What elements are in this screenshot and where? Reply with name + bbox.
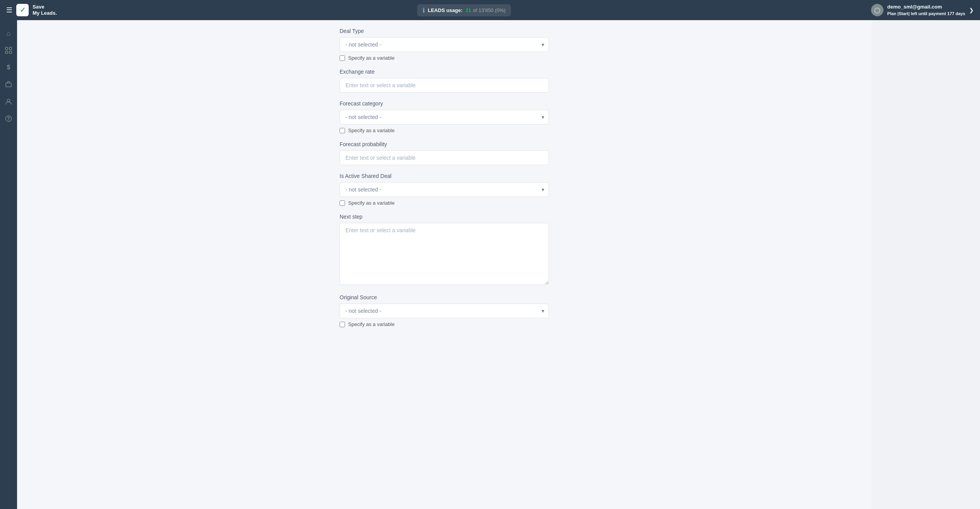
field-group-deal-type: Deal Type - not selected - ▾ Specify as …: [340, 28, 549, 61]
leads-total-text: of 13'850 (0%): [473, 7, 506, 13]
is-active-shared-deal-select-wrapper: - not selected - ▾: [340, 182, 549, 197]
field-group-exchange-rate: Exchange rate: [340, 69, 549, 93]
avatar-icon: ◯: [874, 7, 880, 13]
original-source-select[interactable]: - not selected -: [340, 304, 549, 318]
field-group-original-source: Original Source - not selected - ▾ Speci…: [340, 294, 549, 327]
svg-rect-0: [5, 47, 8, 50]
sidebar-item-home[interactable]: ⌂: [2, 26, 16, 40]
right-panel: [871, 20, 980, 509]
svg-point-7: [8, 120, 9, 121]
original-source-variable-row: Specify as a variable: [340, 321, 549, 327]
sidebar-item-billing[interactable]: $: [2, 60, 16, 74]
svg-rect-3: [9, 51, 12, 53]
svg-rect-4: [6, 83, 11, 87]
leads-usage-label: LEADS usage:: [428, 7, 463, 13]
is-active-shared-deal-select[interactable]: - not selected -: [340, 182, 549, 197]
sidebar-item-connections[interactable]: [2, 43, 16, 57]
chevron-right-icon: ❯: [969, 7, 974, 13]
main-layout: ⌂ $: [0, 20, 980, 509]
exchange-rate-label: Exchange rate: [340, 69, 549, 75]
svg-rect-2: [5, 51, 8, 53]
hamburger-icon[interactable]: ☰: [6, 6, 12, 14]
next-step-label: Next step: [340, 214, 549, 220]
svg-rect-1: [9, 47, 12, 50]
deal-type-variable-row: Specify as a variable: [340, 55, 549, 61]
is-active-shared-deal-variable-label: Specify as a variable: [348, 200, 395, 206]
topbar-right: ◯ demo_sml@gmail.com Plan |Start| left u…: [871, 4, 974, 17]
forecast-category-select-wrapper: - not selected - ▾: [340, 110, 549, 124]
original-source-variable-checkbox[interactable]: [340, 322, 345, 327]
field-group-forecast-category: Forecast category - not selected - ▾ Spe…: [340, 100, 549, 133]
sidebar: ⌂ $: [0, 20, 17, 509]
user-info: demo_sml@gmail.com Plan |Start| left unt…: [887, 4, 965, 17]
sidebar-item-integrations[interactable]: [2, 78, 16, 91]
deal-type-label: Deal Type: [340, 28, 549, 34]
forecast-category-variable-checkbox[interactable]: [340, 128, 345, 133]
field-group-forecast-probability: Forecast probability: [340, 141, 549, 165]
deal-type-select[interactable]: - not selected -: [340, 37, 549, 52]
forecast-category-variable-row: Specify as a variable: [340, 128, 549, 133]
deal-type-select-wrapper: - not selected - ▾: [340, 37, 549, 52]
brand-name: Save My Leads.: [33, 4, 57, 16]
next-step-textarea[interactable]: [340, 223, 549, 285]
is-active-shared-deal-variable-checkbox[interactable]: [340, 200, 345, 206]
is-active-shared-deal-label: Is Active Shared Deal: [340, 173, 549, 179]
forecast-probability-label: Forecast probability: [340, 141, 549, 147]
leads-usage-box: ℹ LEADS usage: 21 of 13'850 (0%): [417, 4, 511, 16]
is-active-shared-deal-variable-row: Specify as a variable: [340, 200, 549, 206]
form-container: Deal Type - not selected - ▾ Specify as …: [332, 28, 557, 350]
deal-type-variable-checkbox[interactable]: [340, 55, 345, 61]
original-source-variable-label: Specify as a variable: [348, 321, 395, 327]
exchange-rate-input[interactable]: [340, 78, 549, 93]
sidebar-item-help[interactable]: [2, 112, 16, 126]
logo-box: ✓: [16, 4, 29, 16]
topbar-center: ℹ LEADS usage: 21 of 13'850 (0%): [57, 4, 871, 16]
leads-current: 21 of 13'850 (0%): [466, 7, 506, 14]
topbar: ☰ ✓ Save My Leads. ℹ LEADS usage: 21 of …: [0, 0, 980, 20]
forecast-category-select[interactable]: - not selected -: [340, 110, 549, 124]
user-plan: Plan |Start| left until payment 177 days: [887, 11, 965, 16]
sidebar-item-profile[interactable]: [2, 95, 16, 109]
forecast-probability-input[interactable]: [340, 150, 549, 165]
user-avatar: ◯: [871, 4, 883, 16]
deal-type-variable-label: Specify as a variable: [348, 55, 395, 61]
logo-check-icon: ✓: [20, 6, 26, 14]
original-source-label: Original Source: [340, 294, 549, 300]
user-email: demo_sml@gmail.com: [887, 4, 965, 10]
original-source-select-wrapper: - not selected - ▾: [340, 304, 549, 318]
forecast-category-variable-label: Specify as a variable: [348, 128, 395, 133]
svg-point-5: [7, 99, 10, 102]
forecast-category-label: Forecast category: [340, 100, 549, 107]
content-area: Deal Type - not selected - ▾ Specify as …: [17, 20, 871, 509]
field-group-is-active-shared-deal: Is Active Shared Deal - not selected - ▾…: [340, 173, 549, 206]
info-icon: ℹ: [423, 7, 425, 14]
field-group-next-step: Next step: [340, 214, 549, 286]
topbar-left: ☰ ✓ Save My Leads.: [6, 4, 57, 16]
